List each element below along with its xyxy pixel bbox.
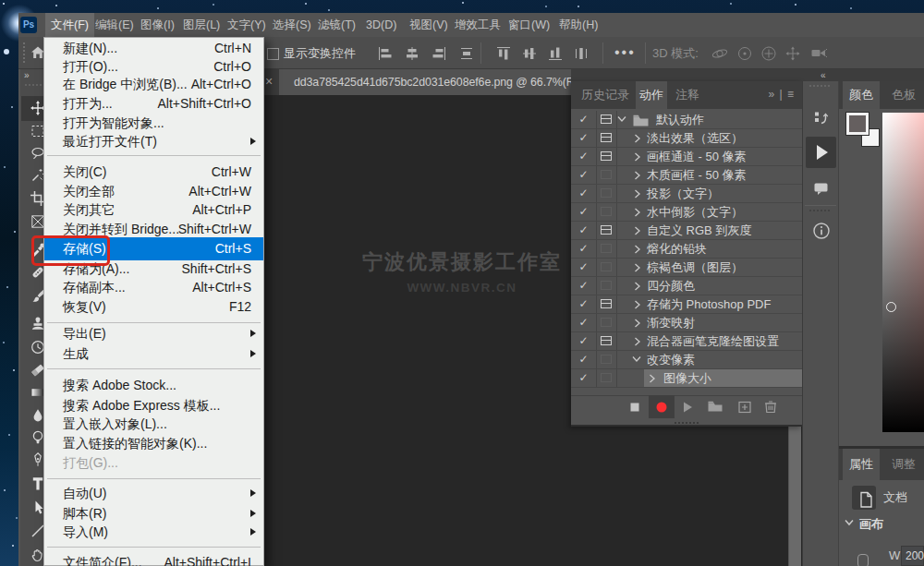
action-dialog-toggle[interactable] [597, 148, 617, 165]
action-dialog-toggle[interactable] [597, 314, 617, 331]
file-menu-item-close-all[interactable]: 关闭全部Alt+Ctrl+W [44, 182, 263, 201]
action-enabled-checkbox[interactable]: ✓ [571, 259, 597, 276]
align-right-icon[interactable] [431, 45, 447, 62]
width-input[interactable]: 200 [901, 546, 924, 566]
file-menu-item-package[interactable]: 打包(G)... [44, 453, 263, 473]
menu-file[interactable]: 文件(F) [45, 13, 94, 37]
action-enabled-checkbox[interactable]: ✓ [571, 129, 597, 147]
action-row[interactable]: ✓默认动作 [571, 111, 802, 129]
actions-panel-icon[interactable] [806, 137, 836, 168]
action-row[interactable]: ✓渐变映射 [571, 314, 802, 332]
actions-panel-resize-handle[interactable] [571, 418, 802, 427]
panel-menu-icons[interactable]: » | ≡ [769, 81, 795, 109]
canvas-section-chevron-icon[interactable] [845, 519, 854, 526]
action-row[interactable]: ✓木质画框 - 50 像素 [571, 166, 802, 185]
tab-properties[interactable]: 属性 [843, 449, 880, 480]
action-enabled-checkbox[interactable]: ✓ [571, 351, 597, 368]
file-menu-item-automate[interactable]: 自动(U) [44, 484, 263, 503]
file-menu-item-import[interactable]: 导入(M) [44, 523, 263, 542]
menu-window[interactable]: 窗口(W) [503, 13, 555, 37]
file-menu-item-new[interactable]: 新建(N)...Ctrl+N [44, 39, 263, 58]
action-enabled-checkbox[interactable]: ✓ [571, 111, 597, 128]
action-enabled-checkbox[interactable]: ✓ [571, 369, 597, 387]
align-top-icon[interactable] [495, 45, 512, 62]
tab-actions[interactable]: 动作 [636, 81, 667, 109]
action-enabled-checkbox[interactable]: ✓ [571, 277, 597, 295]
file-menu-item-open-as[interactable]: 打开为...Alt+Shift+Ctrl+O [44, 94, 263, 114]
collapse-panels-icon[interactable]: « [821, 69, 826, 81]
expand-chevron-icon[interactable] [634, 208, 641, 217]
distribute-vertical-icon[interactable] [573, 45, 590, 62]
action-row[interactable]: ✓熔化的铅块 [571, 240, 802, 259]
menu-plugins[interactable]: 增效工具 [449, 13, 506, 37]
action-enabled-checkbox[interactable]: ✓ [571, 332, 597, 350]
file-menu-item-close-others[interactable]: 关闭其它Alt+Ctrl+P [44, 200, 263, 220]
menu-select[interactable]: 选择(S) [267, 13, 317, 37]
menu-filter[interactable]: 滤镜(T) [312, 13, 361, 37]
menu-3d[interactable]: 3D(D) [360, 13, 402, 37]
file-menu-item-browse-in-bridge[interactable]: 在 Bridge 中浏览(B)...Alt+Ctrl+O [44, 75, 263, 94]
expand-chevron-icon[interactable] [649, 374, 656, 383]
file-menu-item-search-adobe-stock[interactable]: 搜索 Adobe Stock... [44, 376, 263, 395]
expand-chevron-icon[interactable] [634, 226, 641, 235]
tab-close-icon[interactable]: × [265, 69, 273, 95]
file-menu-item-save-copy[interactable]: 存储副本...Alt+Ctrl+S [44, 278, 263, 297]
3d-slide-icon[interactable] [784, 44, 800, 61]
action-dialog-toggle[interactable] [597, 129, 617, 147]
stop-button[interactable] [626, 398, 644, 416]
action-row[interactable]: ✓淡出效果（选区） [571, 129, 802, 148]
align-left-icon[interactable] [377, 45, 394, 62]
expand-chevron-icon[interactable] [634, 189, 641, 199]
menu-type[interactable]: 文字(Y) [222, 13, 272, 37]
document-tab[interactable]: dd3a785425d41d675bc2d031e608ef6e.png @ 6… [279, 69, 571, 95]
history-panel-icon[interactable] [812, 109, 831, 127]
file-menu-item-file-info[interactable]: 文件简介(F)...Alt+Shift+Ctrl+I [44, 553, 263, 566]
action-dialog-toggle[interactable] [597, 295, 617, 313]
expand-chevron-icon[interactable] [634, 171, 641, 180]
tab-swatches[interactable]: 色板 [885, 81, 922, 109]
action-enabled-checkbox[interactable]: ✓ [571, 295, 597, 313]
action-dialog-toggle[interactable] [597, 222, 617, 239]
menu-edit[interactable]: 编辑(E) [90, 13, 140, 37]
tab-adjustments[interactable]: 调整 [885, 449, 922, 480]
link-dimensions-icon[interactable] [857, 554, 869, 566]
notes-panel-icon[interactable] [812, 180, 831, 199]
file-menu-item-close[interactable]: 关闭(C)Ctrl+W [44, 163, 263, 182]
3d-camera-icon[interactable] [810, 44, 827, 61]
new-action-button[interactable] [736, 398, 754, 416]
dock-grip-2[interactable] [809, 210, 832, 211]
distribute-horizontal-icon[interactable] [458, 45, 475, 62]
tab-color[interactable]: 颜色 [843, 81, 880, 109]
expand-chevron-icon[interactable] [634, 337, 641, 346]
3d-pan-icon[interactable] [760, 44, 776, 61]
more-options-icon[interactable]: ••• [614, 37, 636, 69]
action-dialog-toggle[interactable] [597, 185, 617, 202]
action-row[interactable]: ✓存储为 Photoshop PDF [571, 295, 802, 314]
expand-chevron-icon[interactable] [634, 300, 641, 309]
action-row[interactable]: ✓四分颜色 [571, 277, 802, 295]
file-menu-item-recent-files[interactable]: 最近打开文件(T) [44, 132, 263, 151]
action-row[interactable]: ✓投影（文字） [571, 185, 802, 203]
collapse-chevron-icon[interactable] [632, 355, 641, 363]
action-enabled-checkbox[interactable]: ✓ [571, 203, 597, 221]
expand-chevron-icon[interactable] [634, 152, 641, 162]
action-row[interactable]: ✓画框通道 - 50 像素 [571, 148, 802, 166]
action-dialog-toggle[interactable] [597, 369, 617, 387]
align-bottom-icon[interactable] [547, 45, 564, 62]
new-set-button[interactable] [706, 398, 724, 416]
action-dialog-toggle[interactable] [597, 240, 617, 258]
file-menu-item-revert[interactable]: 恢复(V)F12 [44, 297, 263, 317]
info-panel-icon[interactable] [812, 222, 831, 240]
tab-history[interactable]: 历史记录 [576, 81, 635, 109]
file-menu-item-place-linked[interactable]: 置入链接的智能对象(K)... [44, 434, 263, 453]
action-enabled-checkbox[interactable]: ✓ [571, 185, 597, 202]
menu-layer[interactable]: 图层(L) [177, 13, 225, 37]
show-transform-checkbox[interactable] [267, 48, 279, 60]
menu-help[interactable]: 帮助(H) [553, 13, 603, 37]
file-menu-item-export[interactable]: 导出(E) [44, 324, 263, 343]
3d-roll-icon[interactable] [736, 44, 752, 61]
file-menu-item-scripts[interactable]: 脚本(R) [44, 504, 263, 524]
action-enabled-checkbox[interactable]: ✓ [571, 148, 597, 165]
canvas-vertical-scrollbar[interactable] [788, 427, 801, 566]
action-dialog-toggle[interactable] [597, 203, 617, 221]
